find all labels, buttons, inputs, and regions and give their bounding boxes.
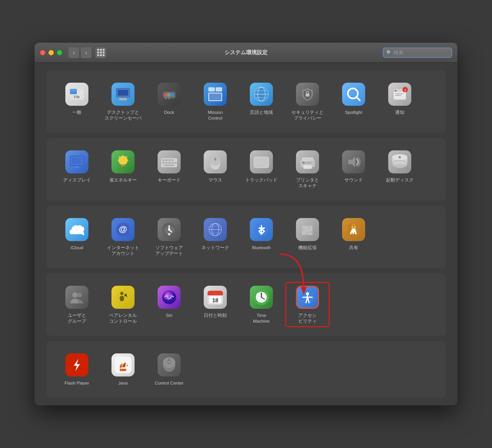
section-internet: iCloud @ インターネットアカウント <box>46 206 446 268</box>
svg-point-12 <box>170 93 174 97</box>
pref-software[interactable]: ソフトウェアアップデート <box>146 213 192 260</box>
pref-users[interactable]: ユーザとグループ <box>54 281 100 328</box>
pref-security-label: セキュリティとプライバシー <box>291 110 324 121</box>
pref-notifications[interactable]: 1 通知 <box>377 78 423 125</box>
icon-keyboard-wrapper <box>157 150 181 174</box>
icon-mouse-wrapper <box>203 150 228 174</box>
pref-extensions-label: 機能拡張 <box>298 245 317 251</box>
close-button[interactable] <box>40 50 45 55</box>
pref-desktop[interactable]: デスクトップとスクリーンセーバ <box>100 78 146 125</box>
pref-general-label: 一般 <box>72 110 81 115</box>
section-other-grid: Flash Player <box>54 349 438 390</box>
pref-keyboard[interactable]: キーボード <box>146 146 192 193</box>
pref-network[interactable]: ネットワーク <box>192 213 238 260</box>
dock-icon <box>158 83 181 106</box>
svg-point-14 <box>169 98 170 99</box>
pref-mouse[interactable]: マウス <box>192 146 238 193</box>
svg-rect-45 <box>162 159 165 161</box>
pref-printer[interactable]: プリンタとスキャナ <box>284 146 331 193</box>
back-button[interactable]: ‹ <box>68 47 79 58</box>
pref-sharing[interactable]: 共有 <box>331 213 377 260</box>
icloud-icon <box>65 218 88 241</box>
pref-startup[interactable]: 起動ディスク <box>377 146 423 193</box>
svg-rect-54 <box>164 165 174 166</box>
svg-point-93 <box>120 292 123 295</box>
grid-view-button[interactable] <box>95 47 106 58</box>
icon-trackpad-wrapper <box>249 150 274 174</box>
pref-sound[interactable]: サウンド <box>331 146 377 193</box>
pref-energy-label: 省エネルギー <box>109 177 137 183</box>
mission-icon <box>204 83 227 106</box>
pref-mission[interactable]: MissionControl <box>192 78 238 125</box>
mouse-icon <box>204 150 227 173</box>
pref-spotlight[interactable]: Spotlight <box>331 78 377 125</box>
search-box[interactable]: 🔍 <box>383 48 452 58</box>
svg-point-77 <box>168 228 170 231</box>
pref-internet[interactable]: @ インターネットアカウント <box>100 213 146 260</box>
svg-point-58 <box>214 158 216 160</box>
maximize-button[interactable] <box>57 50 62 55</box>
icon-mission-wrapper <box>203 82 228 107</box>
pref-icloud-label: iCloud <box>71 245 83 251</box>
icon-flash-wrapper <box>65 353 89 377</box>
pref-keyboard-label: キーボード <box>158 177 181 183</box>
pref-sharing-label: 共有 <box>349 245 358 251</box>
forward-button[interactable]: › <box>81 47 91 58</box>
pref-accessibility[interactable]: アクセシビリティ <box>284 281 331 328</box>
icon-accessibility-wrapper <box>295 285 320 310</box>
svg-rect-51 <box>168 162 171 164</box>
pref-siri[interactable]: Siri <box>146 281 192 328</box>
icon-parental-wrapper <box>111 285 135 310</box>
pref-icloud[interactable]: iCloud <box>54 213 100 260</box>
pref-flash[interactable]: Flash Player <box>54 349 100 390</box>
pref-general[interactable]: File 一般 <box>54 78 100 125</box>
icon-dock-wrapper <box>157 82 181 107</box>
pref-extensions[interactable]: 機能拡張 <box>284 213 331 260</box>
svg-rect-40 <box>74 167 80 168</box>
svg-rect-66 <box>306 162 312 163</box>
svg-text:18: 18 <box>212 297 218 303</box>
pref-language[interactable]: 言語と地域 <box>238 78 284 125</box>
pref-spotlight-label: Spotlight <box>345 110 362 115</box>
pref-java[interactable]: Java <box>100 349 146 390</box>
pref-security[interactable]: セキュリティとプライバシー <box>284 78 331 125</box>
svg-rect-43 <box>121 166 125 167</box>
svg-point-88 <box>353 227 354 228</box>
printer-icon <box>296 150 319 173</box>
language-icon <box>250 83 273 106</box>
pref-energy[interactable]: 省エネルギー <box>100 146 146 193</box>
svg-rect-47 <box>168 159 171 161</box>
pref-java-label: Java <box>118 380 128 386</box>
icon-extensions-wrapper <box>295 217 320 242</box>
pref-trackpad-label: トラックパッド <box>245 177 278 183</box>
pref-bluetooth[interactable]: Bluetooth <box>238 213 284 260</box>
java-icon <box>111 353 135 376</box>
svg-rect-6 <box>118 90 128 96</box>
pref-logisend[interactable]: Control Center <box>146 349 192 390</box>
trackpad-icon <box>250 150 273 173</box>
pref-logisend-label: Control Center <box>155 380 184 386</box>
security-icon <box>296 83 319 106</box>
accessibility-icon <box>296 286 319 309</box>
pref-parental[interactable]: ペアレンタルコントロール <box>100 281 146 328</box>
pref-trackpad[interactable]: トラックパッド <box>238 146 284 193</box>
energy-icon <box>111 150 135 173</box>
pref-dock[interactable]: Dock <box>146 78 192 125</box>
pref-display[interactable]: ディスプレイ <box>54 146 100 193</box>
section-personal-grid: File 一般 <box>54 78 438 125</box>
minimize-button[interactable] <box>48 50 54 55</box>
pref-timemachine-label: TimeMachine <box>253 313 269 324</box>
sharing-icon <box>342 218 365 241</box>
bluetooth-icon <box>250 218 273 241</box>
icon-icloud-wrapper <box>65 217 89 242</box>
icon-language-wrapper <box>249 82 274 107</box>
pref-timemachine[interactable]: TimeMachine <box>238 281 284 328</box>
pref-sound-label: サウンド <box>344 177 363 183</box>
search-input[interactable] <box>394 50 449 55</box>
datetime-icon: 18 <box>204 286 227 309</box>
pref-datetime[interactable]: 18 日付と時刻 <box>192 281 238 328</box>
svg-rect-67 <box>306 163 311 164</box>
general-icon: File <box>65 83 88 106</box>
svg-rect-31 <box>395 90 396 92</box>
pref-datetime-label: 日付と時刻 <box>204 313 227 318</box>
